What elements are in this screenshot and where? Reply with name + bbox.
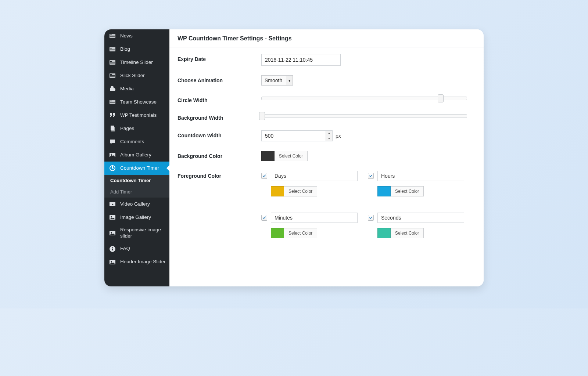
video-icon: [109, 200, 116, 208]
fg-days-checkbox[interactable]: [261, 173, 267, 179]
sidebar-item-comments[interactable]: Comments: [104, 135, 169, 148]
spin-up-icon[interactable]: ▲: [326, 131, 332, 136]
clock-icon: [109, 164, 116, 172]
post-icon: [109, 72, 116, 79]
sidebar-item-label: Timeline Slider: [120, 59, 166, 66]
gallery-icon: [109, 229, 116, 237]
sidebar-item-slick-slider[interactable]: Slick Slider: [104, 69, 169, 82]
gallery-icon: [109, 214, 116, 221]
svg-point-17: [112, 88, 115, 91]
svg-rect-1: [110, 35, 112, 35]
expiry-date-input[interactable]: [261, 54, 341, 66]
background-width-slider[interactable]: [261, 113, 467, 119]
main-panel: WP Countdown Timer Settings - Settings E…: [169, 29, 484, 286]
svg-rect-19: [110, 101, 112, 101]
countdown-width-unit: px: [336, 133, 341, 139]
svg-rect-14: [110, 75, 115, 76]
sidebar-item-label: Video Gallery: [120, 201, 166, 207]
svg-rect-5: [110, 48, 112, 48]
sidebar-subitem-sub-add-timer[interactable]: Add Timer: [104, 186, 169, 198]
foreground-color-label: Foreground Color: [178, 171, 254, 179]
svg-rect-34: [112, 247, 113, 248]
sidebar-item-responsive-image-slider[interactable]: Responsive image slider: [104, 224, 169, 242]
fg-seconds-select-color-button[interactable]: Select Color: [391, 228, 424, 238]
sidebar-item-blog[interactable]: Blog: [104, 43, 169, 56]
svg-point-29: [111, 216, 112, 217]
circle-width-label: Circle Width: [178, 95, 254, 103]
fg-hours-input[interactable]: [377, 171, 464, 181]
svg-point-25: [111, 153, 112, 155]
svg-rect-16: [110, 88, 112, 91]
background-color-swatch[interactable]: [261, 151, 275, 161]
background-color-button[interactable]: Select Color: [275, 151, 308, 161]
gallery-icon: [109, 258, 116, 266]
sidebar-item-pages[interactable]: Pages: [104, 122, 169, 135]
sidebar-item-timeline-slider[interactable]: Timeline Slider: [104, 56, 169, 69]
sidebar-subitem-sub-countdown-timer[interactable]: Countdown Timer: [104, 175, 169, 186]
fg-hours-select-color-button[interactable]: Select Color: [391, 186, 424, 196]
fg-minutes-select-color-button[interactable]: Select Color: [284, 228, 317, 238]
pages-icon: [109, 125, 116, 132]
sidebar-item-label: FAQ: [120, 246, 166, 252]
sidebar-item-label: Countdown Timer: [120, 165, 166, 171]
spin-down-icon[interactable]: ▼: [326, 136, 332, 141]
fg-hours-swatch[interactable]: [377, 186, 391, 196]
fg-minutes-checkbox[interactable]: [261, 215, 267, 221]
svg-rect-33: [112, 249, 113, 250]
fg-seconds-swatch[interactable]: [377, 228, 391, 238]
quote-icon: [109, 112, 116, 119]
sidebar-item-faq[interactable]: FAQ: [104, 242, 169, 256]
slider-thumb[interactable]: [438, 94, 444, 102]
animation-value: Smooth: [262, 76, 286, 85]
svg-rect-15: [110, 76, 115, 76]
sidebar-item-image-gallery[interactable]: Image Gallery: [104, 211, 169, 224]
fg-item-hours: Select Color: [368, 171, 467, 196]
fg-days-swatch[interactable]: [271, 186, 284, 196]
expiry-date-label: Expiry Date: [178, 54, 254, 62]
fg-seconds-input[interactable]: [377, 213, 464, 223]
slider-thumb[interactable]: [259, 112, 265, 120]
page-title: WP Countdown Timer Settings - Settings: [169, 29, 484, 47]
svg-rect-3: [110, 36, 115, 37]
fg-item-seconds: Select Color: [368, 213, 467, 238]
svg-rect-20: [110, 102, 115, 102]
post-icon: [109, 32, 116, 40]
fg-seconds-checkbox[interactable]: [368, 215, 374, 221]
countdown-width-number[interactable]: [262, 131, 326, 141]
sidebar-item-team-showcase[interactable]: Team Showcase: [104, 95, 169, 109]
svg-rect-10: [110, 62, 115, 62]
sidebar-item-label: Header Image Slider: [120, 259, 166, 265]
sidebar-item-news[interactable]: News: [104, 29, 169, 43]
fg-minutes-swatch[interactable]: [271, 228, 284, 238]
fg-minutes-input[interactable]: [271, 213, 358, 223]
sidebar-item-countdown-timer[interactable]: Countdown Timer: [104, 162, 169, 175]
sidebar-item-video-gallery[interactable]: Video Gallery: [104, 198, 169, 211]
svg-rect-21: [110, 102, 115, 103]
sidebar-item-label: Album Gallery: [120, 152, 166, 158]
svg-rect-23: [111, 127, 115, 131]
fg-days-input[interactable]: [271, 171, 358, 181]
countdown-width-input[interactable]: ▲ ▼: [261, 130, 333, 141]
countdown-width-label: Countdown Width: [178, 130, 254, 138]
chat-icon: [109, 138, 116, 145]
gallery-icon: [109, 151, 116, 159]
circle-width-slider[interactable]: [261, 95, 467, 102]
admin-sidebar: NewsBlogTimeline SliderSlick SliderMedia…: [104, 29, 169, 286]
sidebar-item-label: News: [120, 33, 166, 39]
fg-days-select-color-button[interactable]: Select Color: [284, 186, 317, 196]
fg-hours-checkbox[interactable]: [368, 173, 374, 179]
sidebar-item-label: Media: [120, 86, 166, 92]
animation-select[interactable]: Smooth ▼: [261, 75, 293, 86]
admin-window: NewsBlogTimeline SliderSlick SliderMedia…: [104, 29, 484, 286]
sidebar-item-album-gallery[interactable]: Album Gallery: [104, 148, 169, 162]
svg-point-31: [111, 232, 112, 233]
sidebar-item-label: Blog: [120, 46, 166, 53]
svg-point-36: [111, 261, 112, 262]
animation-label: Choose Animation: [178, 75, 254, 83]
sidebar-item-header-image-slider[interactable]: Header Image Slider: [104, 256, 169, 269]
svg-rect-13: [110, 74, 112, 75]
fg-item-days: Select Color: [261, 171, 361, 196]
sidebar-item-wp-testimonials[interactable]: WP Testimonials: [104, 109, 169, 122]
sidebar-item-media[interactable]: Media: [104, 82, 169, 95]
svg-rect-9: [110, 61, 112, 62]
